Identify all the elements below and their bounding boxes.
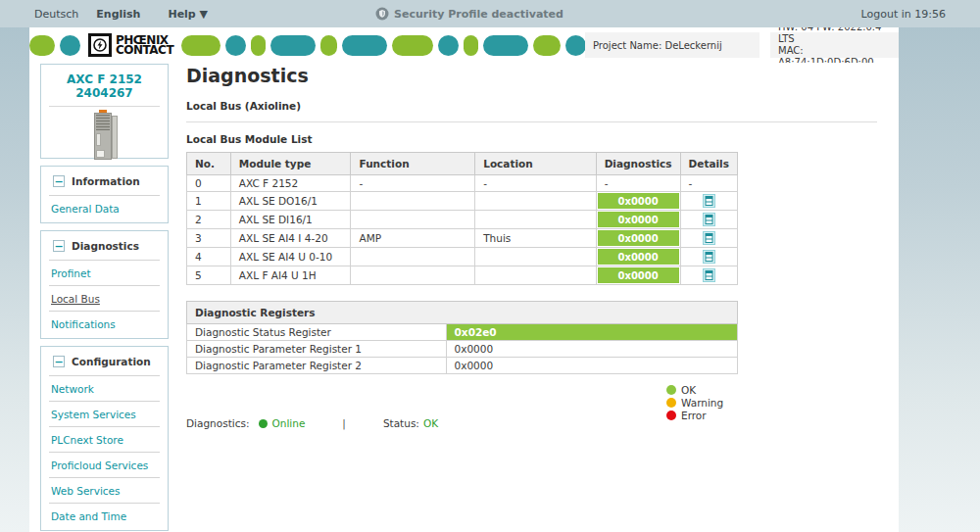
collapse-button[interactable]: −: [53, 356, 65, 367]
module-location: Thuis: [475, 229, 596, 248]
table-details-icon[interactable]: [703, 268, 715, 282]
green-pill-shape: [464, 35, 478, 56]
column-header: No.: [187, 153, 231, 175]
register-row: Diagnostic Parameter Register 10x0000: [187, 341, 738, 358]
module-no: 1: [187, 192, 231, 211]
table-details-icon[interactable]: [703, 194, 715, 208]
module-location: -: [475, 175, 596, 192]
language-english-link[interactable]: English: [96, 8, 140, 21]
registers-title: Diagnostic Registers: [187, 302, 738, 324]
module-function: [351, 266, 475, 285]
diagnostics-badge: 0x0000: [598, 249, 679, 265]
sidebar-item-date-and-time[interactable]: Date and Time: [49, 503, 160, 528]
register-value: 0x0000: [446, 358, 737, 374]
status-legend: OKWarningError: [666, 383, 723, 421]
column-header: Diagnostics: [596, 153, 680, 175]
details-cell: [680, 192, 737, 211]
diagnostics-status-line: Diagnostics: Online | Status: OK: [186, 417, 438, 429]
page-subtitle: Local Bus (Axioline): [186, 100, 892, 112]
diagnostic-registers-table: Diagnostic Registers Diagnostic Status R…: [186, 301, 738, 374]
module-function: [351, 192, 475, 211]
teal-pill-shape: [60, 35, 80, 56]
legend-item-ok: OK: [666, 383, 723, 396]
collapse-button[interactable]: −: [53, 240, 65, 252]
device-panel: AXC F 2152 2404267: [40, 64, 169, 159]
section-links: ProfinetLocal BusNotifications: [41, 260, 168, 338]
module-type: AXL SE DO16/1: [230, 192, 351, 211]
divider: [186, 121, 877, 122]
local-bus-module-table: No.Module typeFunctionLocationDiagnostic…: [186, 152, 738, 285]
module-no: 3: [187, 229, 231, 248]
diagnostics-cell: 0x0000: [596, 192, 680, 211]
module-type: AXL F AI4 U 1H: [230, 266, 351, 285]
module-table-row: 0AXC F 2152----: [187, 175, 738, 192]
project-name-text: Project Name: DeLeckernij: [593, 40, 752, 51]
legend-item-warning: Warning: [666, 396, 723, 409]
module-table-row: 5AXL F AI4 U 1H0x0000: [187, 266, 738, 285]
teal-pill-shape: [565, 35, 586, 56]
phoenix-contact-logo: PHŒNIX CONTACT: [88, 33, 173, 57]
module-type: AXL SE AI4 U 0-10: [230, 248, 351, 266]
section-title: Diagnostics: [72, 240, 139, 252]
help-menu[interactable]: Help ▼: [168, 8, 208, 21]
table-details-icon[interactable]: [703, 213, 715, 226]
hw-fw-version: HW: 04 FW: 2022.0.4 LTS: [778, 27, 891, 45]
sidebar-sections: −InformationGeneral Data−DiagnosticsProf…: [40, 166, 169, 532]
diagnostics-cell: 0x0000: [596, 266, 680, 285]
legend-dot-icon: [666, 411, 676, 420]
module-function: -: [351, 175, 475, 192]
table-details-icon[interactable]: [703, 250, 715, 264]
green-pill-shape: [251, 35, 266, 56]
sidebar-item-profinet[interactable]: Profinet: [49, 260, 160, 285]
register-value: 0x0000: [446, 341, 737, 358]
register-label: Diagnostic Parameter Register 2: [187, 358, 447, 374]
sidebar-item-network[interactable]: Network: [49, 375, 160, 401]
module-type: AXL SE AI4 I 4-20: [230, 229, 351, 248]
legend-label: Warning: [681, 397, 723, 409]
table-details-icon[interactable]: [703, 231, 715, 245]
module-function: [351, 211, 475, 229]
legend-dot-icon: [666, 385, 676, 395]
green-pill-shape: [320, 35, 337, 56]
sidebar-item-web-services[interactable]: Web Services: [49, 477, 160, 503]
status-value: OK: [423, 417, 438, 429]
module-location: [475, 211, 596, 229]
collapse-button[interactable]: −: [53, 175, 65, 187]
sidebar-item-proficloud-services[interactable]: Proficloud Services: [49, 452, 160, 477]
sidebar-item-label: General Data: [51, 203, 120, 215]
diagnostics-label: Diagnostics:: [186, 417, 249, 429]
register-label: Diagnostic Parameter Register 1: [187, 341, 447, 358]
phoenix-contact-logo-icon: [88, 33, 112, 57]
phoenix-contact-logo-text: PHŒNIX CONTACT: [116, 35, 173, 55]
diagnostics-badge: 0x0000: [598, 230, 679, 246]
language-deutsch-link[interactable]: Deutsch: [34, 8, 78, 21]
section-header: −Information: [41, 167, 168, 195]
sidebar-item-label: Network: [51, 383, 94, 395]
column-header: Details: [680, 153, 737, 175]
sidebar-item-label: System Services: [51, 409, 136, 420]
column-header: Function: [351, 153, 475, 175]
module-list-title: Local Bus Module List: [186, 133, 892, 145]
module-location: [475, 192, 596, 211]
module-type: AXC F 2152: [230, 175, 351, 192]
green-pill-shape: [29, 35, 55, 56]
legend-dot-icon: [666, 398, 676, 408]
sidebar-item-notifications[interactable]: Notifications: [49, 311, 160, 336]
logout-timer-link[interactable]: Logout in 19:56: [861, 8, 946, 21]
security-profile-status-label: Security Profile deactivated: [394, 8, 564, 21]
module-location: [475, 248, 596, 266]
module-no: 0: [187, 175, 231, 192]
module-table-row: 4AXL SE AI4 U 0-100x0000: [187, 248, 738, 266]
sidebar-item-general-data[interactable]: General Data: [49, 195, 160, 220]
column-header: Location: [475, 153, 596, 175]
diagnostics-cell: 0x0000: [596, 229, 680, 248]
sidebar-item-local-bus[interactable]: Local Bus: [49, 285, 160, 311]
module-table-row: 3AXL SE AI4 I 4-20AMPThuis0x0000: [187, 229, 738, 248]
sidebar-item-system-services[interactable]: System Services: [49, 401, 160, 426]
module-no: 2: [187, 211, 231, 229]
sidebar-item-plcnext-store[interactable]: PLCnext Store: [49, 426, 160, 452]
register-value: 0x02e0: [446, 324, 737, 341]
device-title: AXC F 2152 2404267: [41, 73, 168, 100]
footer-area: OKWarningError Diagnostics: Online | Sta…: [186, 374, 892, 443]
device-order-number: 2404267: [75, 86, 132, 100]
